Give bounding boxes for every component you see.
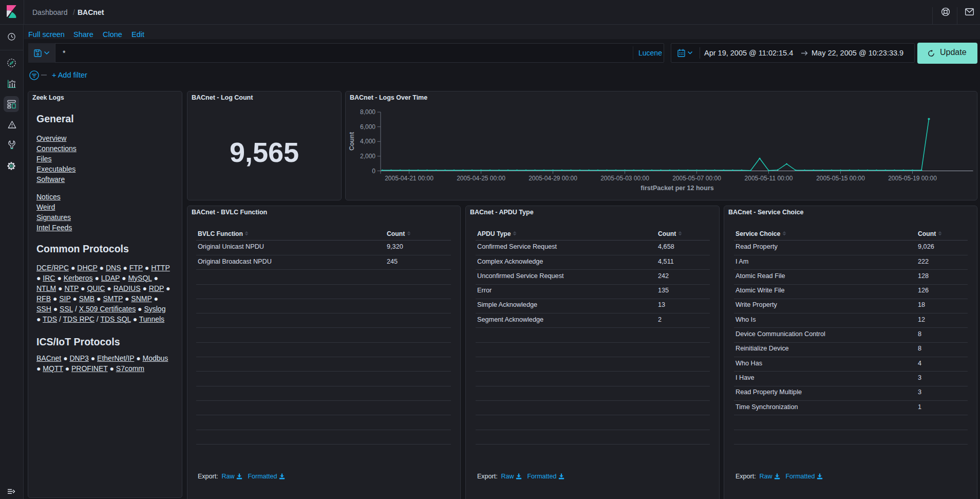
svg-text:0: 0: [372, 168, 375, 175]
svg-text:4,000: 4,000: [360, 138, 375, 145]
svg-text:2005-05-07 00:00: 2005-05-07 00:00: [672, 175, 721, 182]
svg-text:2,000: 2,000: [360, 153, 375, 160]
svg-text:2005-05-19 00:00: 2005-05-19 00:00: [888, 175, 937, 182]
svg-text:6,000: 6,000: [360, 123, 375, 131]
svg-text:Count: Count: [348, 132, 355, 151]
svg-text:2005-05-03 00:00: 2005-05-03 00:00: [600, 175, 649, 182]
svg-text:firstPacket per 12 hours: firstPacket per 12 hours: [640, 184, 713, 192]
svg-text:8,000: 8,000: [360, 108, 375, 116]
svg-text:2005-04-29 00:00: 2005-04-29 00:00: [529, 175, 577, 182]
svg-text:2005-05-15 00:00: 2005-05-15 00:00: [816, 175, 865, 182]
svg-text:2005-04-25 00:00: 2005-04-25 00:00: [457, 175, 505, 182]
svg-text:2005-04-21 00:00: 2005-04-21 00:00: [385, 175, 434, 182]
svg-text:2005-05-11 00:00: 2005-05-11 00:00: [745, 175, 793, 182]
